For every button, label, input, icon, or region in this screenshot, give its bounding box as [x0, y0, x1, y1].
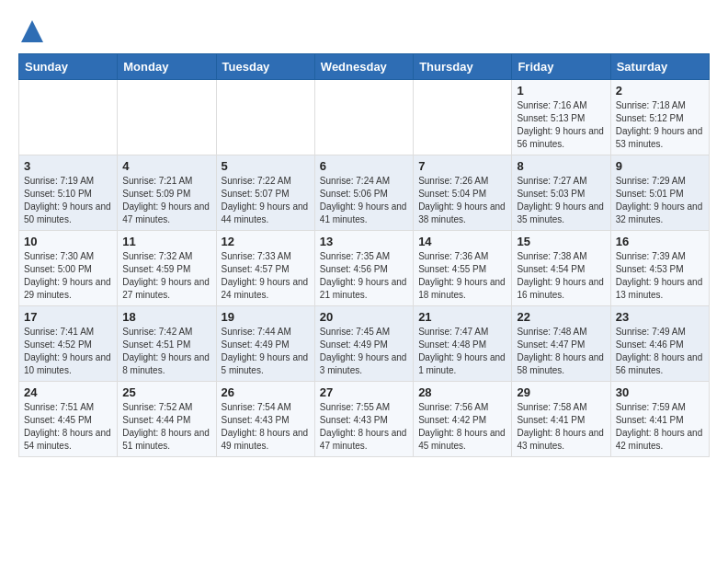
- calendar-cell: 3Sunrise: 7:19 AM Sunset: 5:10 PM Daylig…: [19, 155, 118, 231]
- day-info: Sunrise: 7:58 AM Sunset: 4:41 PM Dayligh…: [517, 401, 605, 453]
- day-info: Sunrise: 7:18 AM Sunset: 5:12 PM Dayligh…: [616, 99, 704, 151]
- calendar-week-3: 10Sunrise: 7:30 AM Sunset: 5:00 PM Dayli…: [19, 231, 710, 306]
- calendar-cell: 12Sunrise: 7:33 AM Sunset: 4:57 PM Dayli…: [216, 231, 314, 306]
- calendar-cell: 10Sunrise: 7:30 AM Sunset: 5:00 PM Dayli…: [19, 231, 118, 306]
- day-info: Sunrise: 7:19 AM Sunset: 5:10 PM Dayligh…: [24, 175, 112, 226]
- day-info: Sunrise: 7:29 AM Sunset: 5:01 PM Dayligh…: [616, 175, 704, 226]
- calendar-cell: [216, 80, 314, 155]
- calendar-cell: 14Sunrise: 7:36 AM Sunset: 4:55 PM Dayli…: [414, 231, 512, 306]
- calendar-cell: 25Sunrise: 7:52 AM Sunset: 4:44 PM Dayli…: [118, 382, 216, 457]
- day-info: Sunrise: 7:33 AM Sunset: 4:57 PM Dayligh…: [222, 250, 310, 302]
- day-info: Sunrise: 7:47 AM Sunset: 4:48 PM Dayligh…: [418, 326, 506, 377]
- calendar-cell: 8Sunrise: 7:27 AM Sunset: 5:03 PM Daylig…: [512, 155, 610, 231]
- day-info: Sunrise: 7:35 AM Sunset: 4:56 PM Dayligh…: [320, 250, 408, 302]
- day-number: 16: [616, 235, 704, 248]
- calendar-cell: 11Sunrise: 7:32 AM Sunset: 4:59 PM Dayli…: [118, 231, 216, 306]
- day-number: 30: [616, 385, 704, 399]
- day-number: 18: [122, 310, 210, 324]
- weekday-header-thursday: Thursday: [414, 54, 512, 80]
- day-info: Sunrise: 7:59 AM Sunset: 4:41 PM Dayligh…: [616, 401, 704, 453]
- day-info: Sunrise: 7:55 AM Sunset: 4:43 PM Dayligh…: [320, 401, 408, 453]
- day-info: Sunrise: 7:21 AM Sunset: 5:09 PM Dayligh…: [122, 175, 210, 226]
- day-number: 23: [616, 310, 704, 324]
- calendar-cell: 17Sunrise: 7:41 AM Sunset: 4:52 PM Dayli…: [19, 306, 118, 382]
- header: [18, 18, 710, 44]
- calendar-cell: 15Sunrise: 7:38 AM Sunset: 4:54 PM Dayli…: [512, 231, 610, 306]
- weekday-header-monday: Monday: [118, 54, 216, 80]
- day-info: Sunrise: 7:41 AM Sunset: 4:52 PM Dayligh…: [24, 326, 112, 377]
- day-number: 6: [320, 159, 408, 173]
- day-number: 26: [222, 385, 310, 399]
- page: SundayMondayTuesdayWednesdayThursdayFrid…: [0, 0, 728, 466]
- day-info: Sunrise: 7:38 AM Sunset: 4:54 PM Dayligh…: [517, 250, 605, 302]
- day-number: 24: [24, 385, 112, 399]
- day-info: Sunrise: 7:49 AM Sunset: 4:46 PM Dayligh…: [616, 326, 704, 377]
- day-info: Sunrise: 7:56 AM Sunset: 4:42 PM Dayligh…: [418, 401, 506, 453]
- calendar-cell: 2Sunrise: 7:18 AM Sunset: 5:12 PM Daylig…: [610, 80, 709, 155]
- day-info: Sunrise: 7:22 AM Sunset: 5:07 PM Dayligh…: [222, 175, 310, 226]
- day-number: 25: [122, 385, 210, 399]
- calendar-week-4: 17Sunrise: 7:41 AM Sunset: 4:52 PM Dayli…: [19, 306, 710, 382]
- day-info: Sunrise: 7:42 AM Sunset: 4:51 PM Dayligh…: [122, 326, 210, 377]
- calendar-cell: 23Sunrise: 7:49 AM Sunset: 4:46 PM Dayli…: [610, 306, 709, 382]
- day-number: 7: [418, 159, 506, 173]
- day-number: 22: [517, 310, 605, 324]
- calendar-cell: 9Sunrise: 7:29 AM Sunset: 5:01 PM Daylig…: [610, 155, 709, 231]
- day-info: Sunrise: 7:26 AM Sunset: 5:04 PM Dayligh…: [418, 175, 506, 226]
- weekday-header-saturday: Saturday: [610, 54, 709, 80]
- logo-icon: [21, 18, 43, 44]
- day-number: 5: [222, 159, 310, 173]
- day-info: Sunrise: 7:30 AM Sunset: 5:00 PM Dayligh…: [24, 250, 112, 302]
- calendar-week-5: 24Sunrise: 7:51 AM Sunset: 4:45 PM Dayli…: [19, 382, 710, 457]
- day-number: 28: [418, 385, 506, 399]
- day-number: 17: [24, 310, 112, 324]
- logo: [18, 18, 43, 44]
- calendar-cell: [314, 80, 413, 155]
- day-info: Sunrise: 7:36 AM Sunset: 4:55 PM Dayligh…: [418, 250, 506, 302]
- calendar-table: SundayMondayTuesdayWednesdayThursdayFrid…: [18, 53, 710, 457]
- day-number: 20: [320, 310, 408, 324]
- day-number: 27: [320, 385, 408, 399]
- calendar-cell: 30Sunrise: 7:59 AM Sunset: 4:41 PM Dayli…: [610, 382, 709, 457]
- day-number: 9: [616, 159, 704, 173]
- weekday-header-tuesday: Tuesday: [216, 54, 314, 80]
- day-number: 11: [122, 235, 210, 248]
- day-number: 21: [418, 310, 506, 324]
- calendar-cell: 24Sunrise: 7:51 AM Sunset: 4:45 PM Dayli…: [19, 382, 118, 457]
- day-number: 13: [320, 235, 408, 248]
- calendar-cell: 26Sunrise: 7:54 AM Sunset: 4:43 PM Dayli…: [216, 382, 314, 457]
- day-info: Sunrise: 7:48 AM Sunset: 4:47 PM Dayligh…: [517, 326, 605, 377]
- day-number: 1: [517, 84, 605, 98]
- day-number: 2: [616, 84, 704, 98]
- day-info: Sunrise: 7:27 AM Sunset: 5:03 PM Dayligh…: [517, 175, 605, 226]
- day-number: 14: [418, 235, 506, 248]
- calendar-cell: [19, 80, 118, 155]
- calendar-cell: [414, 80, 512, 155]
- calendar-cell: [118, 80, 216, 155]
- day-number: 10: [24, 235, 112, 248]
- calendar-cell: 21Sunrise: 7:47 AM Sunset: 4:48 PM Dayli…: [414, 306, 512, 382]
- day-info: Sunrise: 7:16 AM Sunset: 5:13 PM Dayligh…: [517, 99, 605, 151]
- day-number: 29: [517, 385, 605, 399]
- calendar-cell: 27Sunrise: 7:55 AM Sunset: 4:43 PM Dayli…: [314, 382, 413, 457]
- calendar-week-2: 3Sunrise: 7:19 AM Sunset: 5:10 PM Daylig…: [19, 155, 710, 231]
- weekday-header-wednesday: Wednesday: [314, 54, 413, 80]
- calendar-cell: 16Sunrise: 7:39 AM Sunset: 4:53 PM Dayli…: [610, 231, 709, 306]
- calendar-cell: 29Sunrise: 7:58 AM Sunset: 4:41 PM Dayli…: [512, 382, 610, 457]
- calendar-cell: 13Sunrise: 7:35 AM Sunset: 4:56 PM Dayli…: [314, 231, 413, 306]
- day-number: 4: [122, 159, 210, 173]
- day-info: Sunrise: 7:51 AM Sunset: 4:45 PM Dayligh…: [24, 401, 112, 453]
- day-info: Sunrise: 7:45 AM Sunset: 4:49 PM Dayligh…: [320, 326, 408, 377]
- day-number: 3: [24, 159, 112, 173]
- day-info: Sunrise: 7:24 AM Sunset: 5:06 PM Dayligh…: [320, 175, 408, 226]
- calendar-cell: 6Sunrise: 7:24 AM Sunset: 5:06 PM Daylig…: [314, 155, 413, 231]
- calendar-cell: 1Sunrise: 7:16 AM Sunset: 5:13 PM Daylig…: [512, 80, 610, 155]
- weekday-header-friday: Friday: [512, 54, 610, 80]
- calendar-cell: 4Sunrise: 7:21 AM Sunset: 5:09 PM Daylig…: [118, 155, 216, 231]
- calendar-cell: 7Sunrise: 7:26 AM Sunset: 5:04 PM Daylig…: [414, 155, 512, 231]
- calendar-cell: 22Sunrise: 7:48 AM Sunset: 4:47 PM Dayli…: [512, 306, 610, 382]
- calendar-header-row: SundayMondayTuesdayWednesdayThursdayFrid…: [19, 54, 710, 80]
- day-number: 8: [517, 159, 605, 173]
- calendar-cell: 28Sunrise: 7:56 AM Sunset: 4:42 PM Dayli…: [414, 382, 512, 457]
- calendar-cell: 20Sunrise: 7:45 AM Sunset: 4:49 PM Dayli…: [314, 306, 413, 382]
